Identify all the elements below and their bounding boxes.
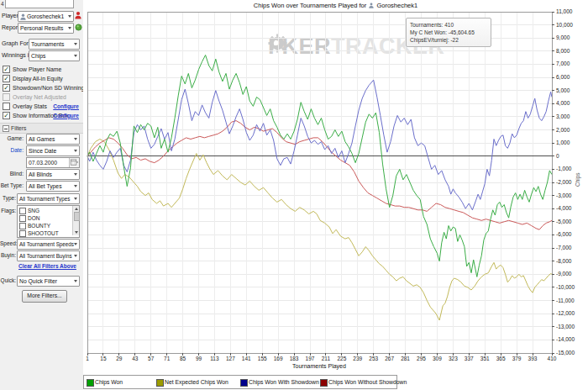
refresh-icon[interactable] bbox=[75, 24, 82, 33]
flag-row[interactable]: SHOOTOUT bbox=[19, 229, 70, 237]
y-tick-label: -4,000 bbox=[556, 205, 571, 211]
info-box-line: My C Net Won: -45,604.65 bbox=[410, 29, 487, 36]
chevron-down-icon bbox=[74, 173, 77, 176]
game-row: Game: All Games bbox=[0, 134, 83, 144]
chart-title: Chips Won over Tournaments Played for Go… bbox=[83, 2, 588, 10]
winnings-in-row: Winnings in: Chips bbox=[0, 50, 83, 61]
checkbox-row[interactable]: ✓Show Information BoxConfigure bbox=[3, 112, 81, 120]
checkbox-row[interactable]: ✓Display All-in Equity bbox=[3, 75, 81, 83]
blind-row: Blind: All Blinds bbox=[0, 169, 83, 179]
checkbox[interactable] bbox=[19, 208, 26, 214]
male-icon bbox=[20, 13, 26, 21]
bet-type-select[interactable]: All Bet Types bbox=[26, 181, 80, 192]
y-tick-label: 4,000 bbox=[556, 100, 570, 106]
legend-label: Chips Won Without Showdown bbox=[328, 379, 407, 385]
game-value: All Games bbox=[29, 136, 55, 142]
y-tick-label: -14,000 bbox=[556, 336, 575, 342]
y-tick-label: 9,000 bbox=[556, 34, 570, 40]
buyin-label: Buyin: bbox=[0, 252, 16, 258]
checkbox[interactable] bbox=[19, 223, 26, 229]
filters-title: Filters bbox=[11, 125, 27, 131]
chevron-down-icon bbox=[74, 138, 77, 140]
checkbox-row[interactable]: Overlay StatsConfigure bbox=[3, 103, 81, 111]
type-label: Type: bbox=[0, 195, 16, 201]
chevron-down-icon bbox=[74, 280, 77, 282]
speed-row: Speed: All Tournament Speeds bbox=[0, 239, 83, 249]
player-value: Goroshechek1 bbox=[27, 13, 64, 19]
sidebar: 4 Player: Goroshechek1 Report: Personal … bbox=[0, 0, 84, 390]
calendar-icon[interactable] bbox=[69, 158, 79, 167]
chart-lines bbox=[87, 12, 552, 353]
checkbox[interactable] bbox=[19, 230, 26, 237]
buyin-select[interactable]: All Tournament Buyins bbox=[17, 250, 80, 261]
flags-scrollbar[interactable] bbox=[72, 206, 79, 235]
checkbox-label: Overlay Net Adjusted bbox=[13, 94, 66, 100]
date-input[interactable]: 07.03.2000 bbox=[26, 157, 80, 168]
date-select[interactable]: Since Date bbox=[26, 145, 80, 156]
quick-select[interactable]: No Quick Filter bbox=[17, 276, 80, 287]
graph-for-select[interactable]: Tournaments bbox=[29, 39, 80, 50]
y-axis-title: Chips bbox=[575, 172, 580, 187]
player-select[interactable]: Goroshechek1 bbox=[18, 11, 74, 22]
player-row: Player: Goroshechek1 bbox=[0, 11, 83, 21]
player-person-icon[interactable] bbox=[75, 11, 82, 20]
checkbox[interactable]: ✓ bbox=[3, 112, 10, 119]
checkbox-row[interactable]: Overlay Net Adjusted bbox=[3, 93, 81, 102]
y-tick-label: -8,000 bbox=[556, 258, 571, 264]
winnings-in-select[interactable]: Chips bbox=[29, 50, 80, 61]
plot-area[interactable]: P KER TRACKER bbox=[87, 12, 552, 353]
legend-label: Chips Won bbox=[95, 379, 123, 385]
configure-link[interactable]: Configure bbox=[53, 113, 79, 119]
scroll-up-icon[interactable] bbox=[75, 208, 78, 210]
chevron-down-icon bbox=[74, 243, 77, 245]
report-select[interactable]: Personal Results bbox=[18, 23, 74, 34]
partial-top-control[interactable] bbox=[5, 0, 74, 8]
flag-row[interactable]: SNG bbox=[19, 207, 70, 214]
filters-header[interactable]: Filters bbox=[0, 123, 83, 134]
y-tick-label: 6,000 bbox=[556, 74, 570, 80]
checkbox[interactable]: ✓ bbox=[3, 66, 10, 73]
more-filters-button[interactable]: More Filters... bbox=[22, 290, 67, 303]
y-tick-label: -10,000 bbox=[556, 284, 575, 290]
info-box[interactable]: Tournaments: 410My C Net Won: -45,604.65… bbox=[406, 18, 491, 47]
speed-select[interactable]: All Tournament Speeds bbox=[17, 239, 80, 250]
scroll-down-icon[interactable] bbox=[75, 231, 78, 234]
scroll-thumb[interactable] bbox=[74, 212, 80, 221]
checkbox[interactable]: ✓ bbox=[3, 75, 10, 82]
blind-select[interactable]: All Blinds bbox=[26, 169, 80, 180]
game-label: Game: bbox=[0, 135, 24, 141]
speed-value: All Tournament Speeds bbox=[19, 241, 74, 247]
chart-panel: Chips Won over Tournaments Played for Go… bbox=[83, 0, 588, 390]
checkbox[interactable]: ✓ bbox=[3, 84, 10, 92]
chevron-down-icon bbox=[74, 150, 77, 152]
y-tick-label: 0 bbox=[556, 153, 559, 159]
y-tick-label: 5,000 bbox=[556, 87, 570, 93]
checkbox-row[interactable]: ✓Show Player Name bbox=[3, 66, 81, 74]
collapse-icon[interactable] bbox=[3, 125, 9, 132]
y-tick-label: -2,000 bbox=[556, 179, 571, 185]
buyin-row: Buyin: All Tournament Buyins bbox=[0, 250, 83, 261]
speed-label: Speed: bbox=[0, 240, 16, 246]
y-tick-label: -11,000 bbox=[556, 298, 575, 303]
clear-filters-link[interactable]: Clear All Filters Above bbox=[17, 263, 78, 269]
legend-label: Net Expected Chips Won bbox=[165, 379, 228, 385]
flags-listbox[interactable]: SNGDONBOUNTYSHOOTOUT bbox=[17, 205, 80, 238]
type-select[interactable]: All Tournament Types bbox=[17, 193, 80, 204]
x-tick-label: 410 bbox=[543, 356, 561, 361]
checkbox[interactable] bbox=[19, 215, 26, 222]
blind-label: Blind: bbox=[0, 171, 24, 177]
checkbox-row[interactable]: ✓Showdown/Non SD Winnings bbox=[3, 84, 81, 92]
chevron-down-icon bbox=[74, 43, 77, 45]
flag-label: SHOOTOUT bbox=[28, 230, 59, 236]
checkbox[interactable] bbox=[3, 103, 10, 110]
flag-row[interactable]: BOUNTY bbox=[19, 222, 70, 229]
flag-row[interactable]: DON bbox=[19, 214, 70, 222]
chevron-down-icon bbox=[74, 255, 77, 257]
checkbox-label: Overlay Stats bbox=[13, 103, 47, 109]
y-tick-label: 10,000 bbox=[556, 22, 573, 28]
configure-link[interactable]: Configure bbox=[53, 103, 79, 109]
legend-swatch bbox=[156, 379, 164, 387]
pokertracker-window: 4 Player: Goroshechek1 Report: Personal … bbox=[0, 0, 588, 390]
checkbox[interactable] bbox=[3, 93, 10, 101]
game-select[interactable]: All Games bbox=[26, 134, 80, 145]
